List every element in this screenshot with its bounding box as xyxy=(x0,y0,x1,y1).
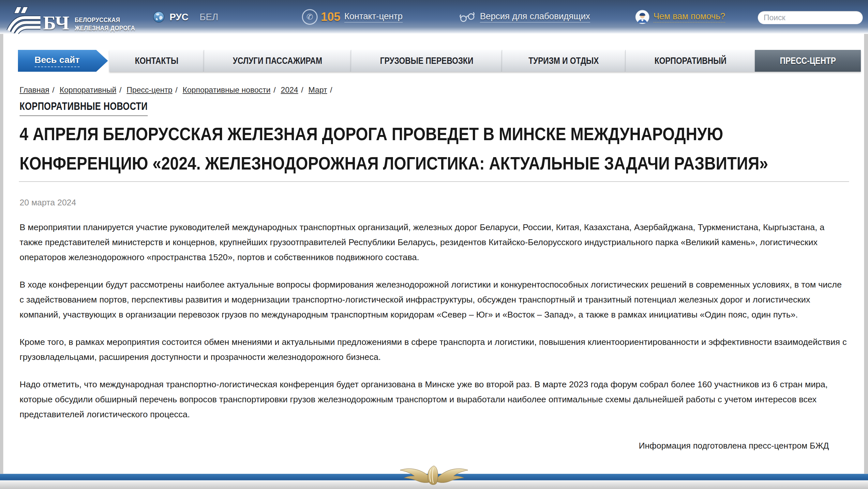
article-paragraph: Надо отметить, что международная транспо… xyxy=(20,377,847,422)
breadcrumb-separator: / xyxy=(274,86,276,94)
breadcrumb-separator: / xyxy=(330,86,332,94)
phone-icon: ✆ xyxy=(302,9,318,25)
accessibility-link[interactable]: Версия для слабовидящих xyxy=(480,11,590,23)
top-header: БЧ БЕЛОРУССКАЯ ЖЕЛЕЗНАЯ ДОРОГА РУС БЕЛ ✆… xyxy=(0,0,868,34)
section-heading-link[interactable]: КОРПОРАТИВНЫЕ НОВОСТИ xyxy=(20,100,148,116)
tab-label: ТУРИЗМ И ОТДЫХ xyxy=(529,56,599,66)
tab-label: ГРУЗОВЫЕ ПЕРЕВОЗКИ xyxy=(380,56,473,66)
tab-label: КОРПОРАТИВНЫЙ xyxy=(654,56,726,66)
helper-avatar-icon xyxy=(635,10,650,24)
glasses-icon xyxy=(459,11,476,23)
language-switcher: РУС БЕЛ xyxy=(153,0,218,34)
breadcrumb-separator: / xyxy=(119,86,122,94)
brand-logo[interactable]: БЧ БЕЛОРУССКАЯ ЖЕЛЕЗНАЯ ДОРОГА xyxy=(5,3,143,34)
main-navigation: Весь сайт КОНТАКТЫ УСЛУГИ ПАССАЖИРАМ ГРУ… xyxy=(18,50,848,72)
search-input[interactable] xyxy=(758,11,863,24)
tab-ves-sayt[interactable]: Весь сайт xyxy=(18,50,108,72)
railway-logo-icon xyxy=(5,6,42,34)
tab-label: КОНТАКТЫ xyxy=(135,56,178,66)
globe-icon xyxy=(153,11,165,23)
page: БЧ БЕЛОРУССКАЯ ЖЕЛЕЗНАЯ ДОРОГА РУС БЕЛ ✆… xyxy=(0,0,868,489)
title-divider xyxy=(19,181,849,182)
breadcrumb: Главная/ Корпоративный/ Пресс-центр/ Кор… xyxy=(20,86,335,95)
breadcrumb-press-tsentr[interactable]: Пресс-центр xyxy=(126,86,172,94)
logo-text: БЕЛОРУССКАЯ ЖЕЛЕЗНАЯ ДОРОГА xyxy=(75,16,144,32)
breadcrumb-separator: / xyxy=(52,86,55,94)
article-title: 4 АПРЕЛЯ БЕЛОРУССКАЯ ЖЕЛЕЗНАЯ ДОРОГА ПРО… xyxy=(20,119,848,178)
logo-line2: ЖЕЛЕЗНАЯ ДОРОГА xyxy=(75,24,135,32)
breadcrumb-glavnaya[interactable]: Главная xyxy=(20,86,49,94)
site-search xyxy=(758,11,863,24)
tab-gruzovye-perevozki[interactable]: ГРУЗОВЫЕ ПЕРЕВОЗКИ xyxy=(351,50,502,72)
logo-abbr: БЧ xyxy=(43,13,69,33)
logo-line1: БЕЛОРУССКАЯ xyxy=(75,16,135,24)
tab-uslugi-passazhiram[interactable]: УСЛУГИ ПАССАЖИРАМ xyxy=(204,50,351,72)
tab-label: УСЛУГИ ПАССАЖИРАМ xyxy=(233,56,322,66)
accessibility-block: Версия для слабовидящих xyxy=(459,0,590,34)
lang-bel[interactable]: БЕЛ xyxy=(199,12,218,23)
breadcrumb-separator: / xyxy=(176,86,178,94)
article-credit: Информация подготовлена пресс-центром БЖ… xyxy=(639,441,829,451)
tab-press-tsentr-active[interactable]: ПРЕСС-ЦЕНТР xyxy=(755,50,861,72)
tab-turizm-i-otdykh[interactable]: ТУРИЗМ И ОТДЫХ xyxy=(502,50,625,72)
help-block: Чем вам помочь? xyxy=(635,0,725,34)
article-paragraph: Кроме того, в рамках мероприятия состоит… xyxy=(20,334,847,364)
tab-kontakty[interactable]: КОНТАКТЫ xyxy=(109,50,204,72)
help-link[interactable]: Чем вам помочь? xyxy=(653,11,725,23)
section-heading: КОРПОРАТИВНЫЕ НОВОСТИ xyxy=(20,100,184,116)
breadcrumb-mart[interactable]: Март xyxy=(308,86,327,94)
article-paragraph: В ходе конференции будут рассмотрены наи… xyxy=(20,277,847,322)
tab-label: Весь сайт xyxy=(35,55,80,67)
wings-emblem-icon xyxy=(396,464,472,487)
contact-center-link[interactable]: Контакт-центр xyxy=(344,11,403,23)
article-paragraph: В мероприятии планируется участие руково… xyxy=(20,220,847,265)
breadcrumb-korp-novosti[interactable]: Корпоративные новости xyxy=(183,86,271,94)
contact-center: ✆ 105 Контакт-центр xyxy=(302,0,403,34)
tab-korporativnyy[interactable]: КОРПОРАТИВНЫЙ xyxy=(625,50,755,72)
breadcrumb-korporativnyy[interactable]: Корпоративный xyxy=(60,86,116,94)
article-body: В мероприятии планируется участие руково… xyxy=(20,220,847,434)
article-date: 20 марта 2024 xyxy=(20,198,76,208)
breadcrumb-separator: / xyxy=(301,86,303,94)
tab-label: ПРЕСС-ЦЕНТР xyxy=(780,56,836,66)
lang-rus[interactable]: РУС xyxy=(169,12,188,23)
breadcrumb-2024[interactable]: 2024 xyxy=(281,86,298,94)
contact-number: 105 xyxy=(321,10,340,24)
